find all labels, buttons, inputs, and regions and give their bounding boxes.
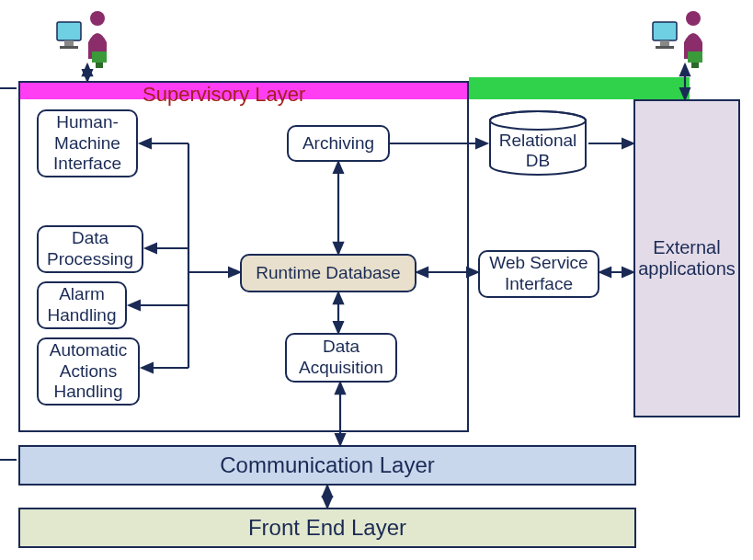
auto-actions-box: Automatic Actions Handling bbox=[37, 337, 140, 406]
external-applications-box: External applications bbox=[633, 99, 740, 417]
archiving-box: Archiving bbox=[287, 125, 390, 162]
communication-layer-box: Communication Layer bbox=[18, 445, 636, 486]
hmi-box: Human- Machine Interface bbox=[37, 109, 138, 177]
svg-rect-7 bbox=[96, 63, 103, 68]
web-service-interface-box: Web Service Interface bbox=[478, 250, 599, 298]
front-end-layer-box: Front End Layer bbox=[18, 508, 636, 548]
user-icon-left bbox=[55, 6, 120, 70]
relational-db-cylinder: Relational DB bbox=[487, 110, 588, 177]
data-processing-box: Data Processing bbox=[37, 225, 143, 273]
user-icon-right bbox=[651, 6, 715, 70]
svg-rect-6 bbox=[92, 51, 107, 63]
svg-point-11 bbox=[686, 11, 701, 26]
green-bar bbox=[469, 77, 690, 99]
svg-rect-4 bbox=[60, 46, 78, 49]
svg-rect-2 bbox=[57, 22, 81, 40]
runtime-database-box: Runtime Database bbox=[240, 254, 416, 292]
svg-point-5 bbox=[90, 11, 105, 26]
relational-db-label: Relational DB bbox=[487, 131, 588, 171]
svg-rect-10 bbox=[656, 46, 674, 49]
svg-rect-3 bbox=[64, 40, 74, 46]
alarm-handling-box: Alarm Handling bbox=[37, 281, 127, 329]
svg-rect-8 bbox=[653, 22, 677, 40]
supervisory-layer-title: Supervisory Layer bbox=[143, 83, 305, 107]
svg-rect-12 bbox=[688, 51, 702, 63]
svg-rect-9 bbox=[660, 40, 669, 46]
svg-rect-13 bbox=[691, 63, 699, 68]
data-acquisition-box: Data Acquisition bbox=[285, 333, 397, 383]
